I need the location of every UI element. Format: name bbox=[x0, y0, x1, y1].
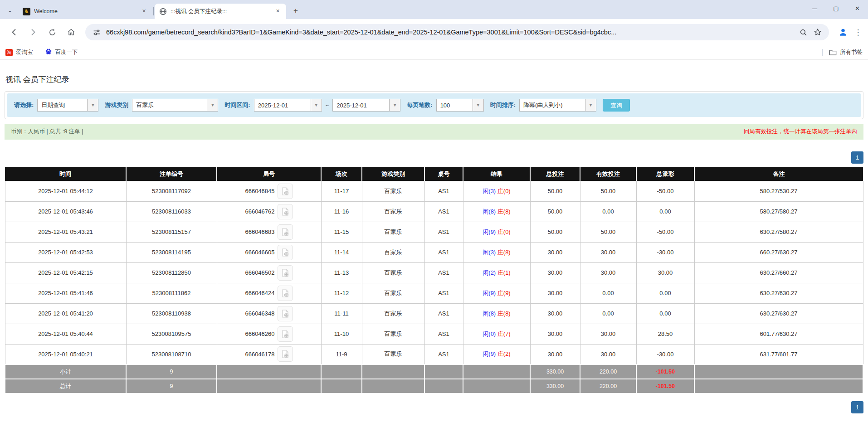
bookmark-label: 爱淘宝 bbox=[16, 49, 33, 56]
tab-search-chevron-icon[interactable]: ⌄ bbox=[4, 4, 16, 16]
filter-container: 请选择: 日期查询 ▼ 游戏类别 百家乐 ▼ 时间区间: 2025-12-01 … bbox=[5, 91, 863, 119]
back-icon[interactable] bbox=[6, 24, 22, 40]
cell-session: 11-13 bbox=[321, 262, 362, 283]
cell-session: 11-11 bbox=[321, 303, 362, 324]
video-replay-icon[interactable] bbox=[278, 346, 293, 362]
player-result: 闲(8) bbox=[483, 310, 496, 317]
bookmark-star-icon[interactable] bbox=[812, 26, 824, 38]
bookmark-baidu[interactable]: 百度一下 bbox=[45, 48, 78, 57]
minimize-button[interactable]: — bbox=[804, 0, 825, 16]
page-1-button[interactable]: 1 bbox=[851, 151, 863, 164]
all-bookmarks[interactable]: 所有书签 bbox=[822, 49, 863, 56]
profile-avatar-icon[interactable] bbox=[836, 25, 850, 39]
chevron-down-icon[interactable]: ▼ bbox=[87, 99, 98, 111]
player-result: 闲(9) bbox=[483, 350, 496, 357]
cell-total-bet-link[interactable]: 30.00 bbox=[530, 344, 580, 364]
per-page-select[interactable]: 100 ▼ bbox=[436, 99, 484, 112]
video-replay-icon[interactable] bbox=[278, 204, 293, 219]
cell-note: 631.77/601.77 bbox=[694, 344, 863, 364]
banker-result: 庄(0) bbox=[497, 228, 511, 235]
date-to-select[interactable]: 2025-12-01 ▼ bbox=[332, 99, 400, 112]
browser-menu-icon[interactable]: ⋮ bbox=[853, 28, 863, 37]
new-tab-button[interactable]: + bbox=[290, 5, 302, 17]
cell-valid-bet: 0.00 bbox=[580, 303, 636, 324]
search-button[interactable]: 查询 bbox=[603, 99, 630, 112]
cell-note: 630.27/580.27 bbox=[694, 222, 863, 242]
banker-result: 庄(8) bbox=[497, 208, 511, 215]
cell-result: 闲(8) 庄(8) bbox=[463, 303, 530, 324]
cell-total-bet-link[interactable]: 50.00 bbox=[530, 222, 580, 242]
table-footer: 小计 9 330.00 220.00 -101.50 总计 9 330.00 2… bbox=[5, 364, 863, 393]
url-text[interactable]: 66cxkj98.com/game/betrecord_search/kind3… bbox=[106, 29, 795, 36]
cell-table: AS1 bbox=[424, 303, 463, 324]
chevron-down-icon[interactable]: ▼ bbox=[473, 99, 483, 111]
pagination-bottom: 1 bbox=[5, 401, 863, 413]
cell-payout: 0.00 bbox=[636, 303, 694, 324]
player-result: 闲(3) bbox=[483, 188, 496, 194]
player-result: 闲(2) bbox=[483, 269, 496, 276]
sort-select[interactable]: 降冪(由大到小) ▼ bbox=[519, 99, 596, 112]
tab-welcome[interactable]: ♞ Welcome × bbox=[18, 4, 152, 19]
cell-total-bet-link[interactable]: 50.00 bbox=[530, 181, 580, 201]
chevron-down-icon[interactable]: ▼ bbox=[389, 99, 400, 111]
video-replay-icon[interactable] bbox=[278, 326, 293, 342]
cell-valid-bet: 30.00 bbox=[580, 262, 636, 283]
video-replay-icon[interactable] bbox=[278, 306, 293, 321]
grandtotal-total-bet: 330.00 bbox=[530, 379, 580, 393]
reload-icon[interactable] bbox=[44, 24, 60, 40]
chevron-down-icon[interactable]: ▼ bbox=[207, 99, 218, 111]
close-window-button[interactable]: ✕ bbox=[847, 0, 868, 16]
player-result: 闲(0) bbox=[483, 330, 496, 337]
cell-total-bet-link[interactable]: 30.00 bbox=[530, 283, 580, 303]
video-replay-icon[interactable] bbox=[278, 286, 293, 301]
cell-valid-bet: 30.00 bbox=[580, 324, 636, 344]
page-1-button[interactable]: 1 bbox=[851, 401, 863, 413]
cell-session: 11-9 bbox=[321, 344, 362, 364]
cell-payout: 0.00 bbox=[636, 201, 694, 222]
cell-total-bet-link[interactable]: 50.00 bbox=[530, 201, 580, 222]
video-replay-icon[interactable] bbox=[278, 224, 293, 240]
video-replay-icon[interactable] bbox=[278, 184, 293, 199]
col-table: 桌号 bbox=[424, 167, 463, 181]
tab-close-icon[interactable]: × bbox=[274, 8, 282, 15]
cell-result: 闲(9) 庄(2) bbox=[463, 344, 530, 364]
cell-total-bet-link[interactable]: 30.00 bbox=[530, 324, 580, 344]
subtotal-payout: -101.50 bbox=[636, 364, 694, 379]
bookmark-aitaobao[interactable]: 淘 爱淘宝 bbox=[5, 49, 33, 56]
col-round-id: 局号 bbox=[217, 167, 321, 181]
cell-game-type: 百家乐 bbox=[362, 222, 424, 242]
tab-title: Welcome bbox=[34, 8, 140, 15]
site-info-icon[interactable] bbox=[91, 26, 102, 38]
bookmarks-bar: 淘 爱淘宝 百度一下 所有书签 bbox=[0, 45, 868, 60]
summary-currency-count: 币别：人民币 | 总共 :9 注单 | bbox=[11, 128, 83, 136]
forward-icon[interactable] bbox=[25, 24, 41, 40]
maximize-button[interactable]: ▢ bbox=[825, 0, 847, 16]
player-result: 闲(9) bbox=[483, 290, 496, 296]
cell-note: 630.27/630.27 bbox=[694, 283, 863, 303]
cell-result: 闲(8) 庄(8) bbox=[463, 201, 530, 222]
cell-total-bet-link[interactable]: 30.00 bbox=[530, 303, 580, 324]
table-row: 2025-12-01 05:44:12 523008117092 6660468… bbox=[5, 181, 863, 201]
chevron-down-icon[interactable]: ▼ bbox=[585, 99, 596, 111]
cell-round-id: 666046178 bbox=[217, 344, 321, 364]
table-row: 2025-12-01 05:40:21 523008108710 6660461… bbox=[5, 344, 863, 364]
video-replay-icon[interactable] bbox=[278, 265, 293, 281]
video-replay-icon[interactable] bbox=[278, 245, 293, 260]
zoom-icon[interactable] bbox=[797, 26, 809, 38]
home-icon[interactable] bbox=[63, 24, 79, 40]
cell-time: 2025-12-01 05:41:46 bbox=[5, 283, 126, 303]
cell-total-bet-link[interactable]: 30.00 bbox=[530, 242, 580, 262]
cell-table: AS1 bbox=[424, 262, 463, 283]
tab-close-icon[interactable]: × bbox=[140, 8, 148, 15]
query-type-select[interactable]: 日期查询 ▼ bbox=[37, 99, 98, 112]
game-type-select[interactable]: 百家乐 ▼ bbox=[132, 99, 218, 112]
grandtotal-count: 9 bbox=[126, 379, 217, 393]
tab-betrecord[interactable]: :::视讯 会员下注纪录::: × bbox=[155, 4, 286, 19]
taobao-icon: 淘 bbox=[5, 49, 13, 56]
date-from-select[interactable]: 2025-12-01 ▼ bbox=[254, 99, 322, 112]
chevron-down-icon[interactable]: ▼ bbox=[311, 99, 322, 111]
cell-total-bet-link[interactable]: 30.00 bbox=[530, 262, 580, 283]
cell-bet-id: 523008110938 bbox=[126, 303, 217, 324]
url-bar[interactable]: 66cxkj98.com/game/betrecord_search/kind3… bbox=[85, 24, 829, 40]
cell-game-type: 百家乐 bbox=[362, 303, 424, 324]
